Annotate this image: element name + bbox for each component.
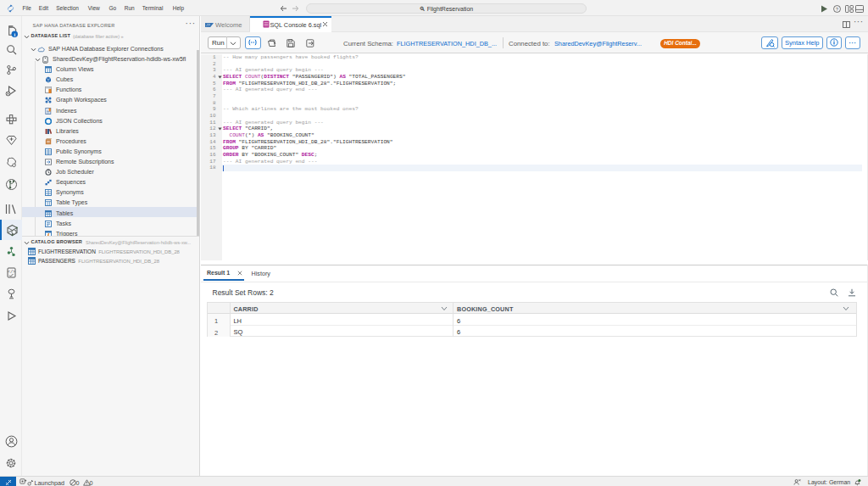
svg-text:?: ? (836, 6, 838, 11)
svg-text:i: i (14, 31, 15, 37)
svg-text:</>: </> (7, 270, 15, 275)
